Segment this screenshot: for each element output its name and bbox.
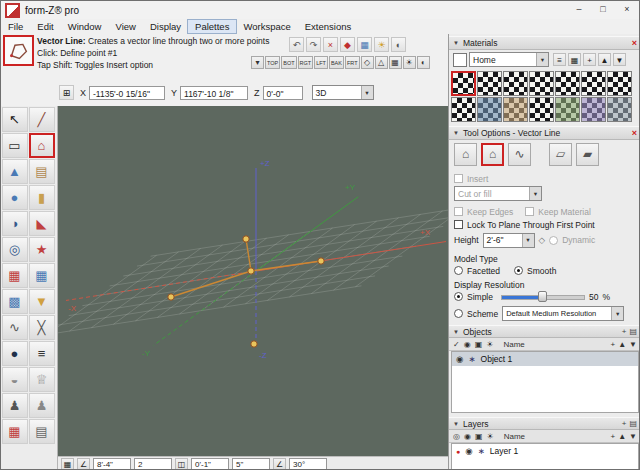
material-swatch[interactable] (555, 97, 580, 122)
menu-view[interactable]: View (108, 20, 142, 33)
keep-material-checkbox[interactable] (525, 207, 534, 216)
grid-toggle-icon[interactable]: ▦ (389, 56, 402, 69)
height-select[interactable]: 2'-6" ▼ (483, 233, 535, 248)
vase-tool[interactable]: ◒ (2, 367, 28, 392)
resolution-slider[interactable] (501, 291, 585, 302)
redo-icon[interactable]: ↷ (306, 37, 321, 52)
view-top-button[interactable]: TOP (265, 56, 280, 69)
menu-palettes[interactable]: Palettes (188, 20, 236, 33)
render-column-icon[interactable]: ☀ (486, 340, 493, 349)
view-lft-button[interactable]: LFT (314, 56, 328, 69)
disclosure-icon[interactable]: ▼ (453, 40, 459, 46)
visibility-column-icon[interactable]: ◉ (464, 340, 471, 349)
vertex-point[interactable] (251, 341, 257, 347)
add-material-icon[interactable]: + (583, 53, 596, 66)
material-swatch[interactable] (503, 97, 528, 122)
rectangle-tool[interactable]: ▭ (2, 133, 28, 158)
draw-line-tool[interactable]: ╱ (29, 107, 55, 132)
dark-sphere-tool[interactable]: ● (2, 341, 28, 366)
close-button[interactable]: × (615, 1, 639, 19)
layer-list-options-icon[interactable]: ▤ (629, 419, 637, 428)
material-swatch[interactable] (607, 97, 632, 122)
lasso-tool[interactable]: ∿ (2, 315, 28, 340)
active-layer-column-icon[interactable]: ◎ (453, 432, 460, 441)
x-input[interactable]: -1135'-0 15/16" (89, 86, 165, 100)
list-view-icon[interactable]: ≡ (553, 53, 566, 66)
add-layer-icon[interactable]: + (622, 419, 627, 428)
snowflake-icon[interactable]: ∗ (478, 446, 485, 456)
standard-mode-icon[interactable]: ⌂ (454, 143, 477, 166)
menu-workspace[interactable]: Workspace (236, 20, 297, 33)
angle-icon[interactable]: ∠ (273, 458, 286, 470)
objects-header[interactable]: ▼ Objects +▤ (449, 325, 640, 338)
sphere-primitive-tool[interactable]: ● (2, 185, 28, 210)
projection-select[interactable]: 3D ▼ (312, 85, 374, 100)
view-presets-icon[interactable]: ▾ (251, 56, 264, 69)
snap-module-icon[interactable]: ◫ (175, 458, 188, 470)
tool-options-close-icon[interactable]: × (632, 129, 637, 138)
knife-tool[interactable]: ╳ (29, 315, 55, 340)
active-tool-box[interactable] (3, 35, 34, 66)
vector-line-mode-icon[interactable]: ⌂ (481, 143, 504, 166)
minimize-button[interactable]: – (567, 1, 591, 19)
people-tool[interactable]: ♟ (2, 393, 28, 418)
spark-tool[interactable]: ★ (29, 237, 55, 262)
maximize-button[interactable]: □ (591, 1, 615, 19)
red-grid-tool[interactable]: ▦ (2, 419, 28, 444)
tool-options-header[interactable]: ▼ Tool Options - Vector Line × (449, 126, 640, 140)
sun-icon[interactable]: ☀ (374, 37, 389, 52)
material-swatch[interactable] (451, 71, 476, 96)
material-swatch[interactable] (503, 71, 528, 96)
smooth-radio[interactable] (514, 266, 523, 275)
disclosure-icon[interactable]: ▼ (453, 329, 459, 335)
graph-toggle-icon[interactable]: ◇ (539, 235, 546, 245)
material-swatch[interactable] (529, 71, 554, 96)
materials-header[interactable]: ▼ Materials × (449, 36, 640, 50)
group-people-tool[interactable]: ♟ (29, 393, 55, 418)
grid-subdivisions-input[interactable]: 2 (134, 458, 172, 470)
panel-grid-tool[interactable]: ▤ (29, 419, 55, 444)
menu-file[interactable]: File (1, 20, 30, 33)
facetted-radio[interactable] (454, 266, 463, 275)
visibility-column-icon[interactable]: ◉ (464, 432, 471, 441)
disclosure-icon[interactable]: ▼ (453, 421, 459, 427)
visibility-icon[interactable]: ◉ (456, 354, 463, 364)
cylinder-primitive-tool[interactable]: ▮ (29, 185, 55, 210)
move-up-icon[interactable]: ▲ (618, 340, 626, 349)
vertex-point[interactable] (168, 294, 174, 300)
pick-color-icon[interactable]: ◆ (340, 37, 355, 52)
add-row-icon[interactable]: + (610, 432, 615, 441)
material-swatch[interactable] (581, 71, 606, 96)
scroll-up-icon[interactable]: ▲ (598, 53, 611, 66)
view-frt-button[interactable]: FRT (345, 56, 360, 69)
insert-checkbox[interactable] (454, 174, 463, 183)
shaded-view-icon[interactable]: ◐ (417, 56, 430, 69)
axonometric-view-icon[interactable]: ◇ (361, 56, 374, 69)
snowflake-icon[interactable]: ∗ (468, 354, 475, 364)
perspective-view-icon[interactable]: △ (375, 56, 388, 69)
view-bak-button[interactable]: BAK (329, 56, 344, 69)
cut-or-fill-select[interactable]: Cut or fill ▼ (454, 186, 542, 201)
undo-icon[interactable]: ↶ (289, 37, 304, 52)
y-input[interactable]: 1167'-10 1/8" (180, 86, 248, 100)
lock-plane-checkbox[interactable] (454, 220, 463, 229)
keep-edges-checkbox[interactable] (454, 207, 463, 216)
solid-object-icon[interactable]: ▰ (576, 143, 599, 166)
objects-row[interactable]: ◉∗Object 1 (452, 352, 638, 366)
vertex-point[interactable] (318, 258, 324, 264)
torus-tool[interactable]: ◎ (2, 237, 28, 262)
z-input[interactable]: 0'-0" (263, 86, 303, 100)
scroll-down-icon[interactable]: ▼ (613, 53, 626, 66)
snap-radius-input[interactable]: 5" (232, 458, 270, 470)
vertex-point[interactable] (243, 236, 249, 242)
delete-icon[interactable]: × (323, 37, 338, 52)
menu-window[interactable]: Window (61, 20, 109, 33)
material-swatch[interactable] (607, 71, 632, 96)
color-well[interactable] (453, 53, 467, 67)
lock-column-icon[interactable]: ▣ (475, 432, 483, 441)
thumbnail-view-icon[interactable]: ▦ (568, 53, 581, 66)
cone-primitive-tool[interactable]: ▲ (2, 159, 28, 184)
cube-stack-tool[interactable]: ▤ (29, 159, 55, 184)
vector-line-tool[interactable]: ⌂ (29, 133, 55, 158)
visibility-icon[interactable]: ◉ (465, 446, 472, 456)
